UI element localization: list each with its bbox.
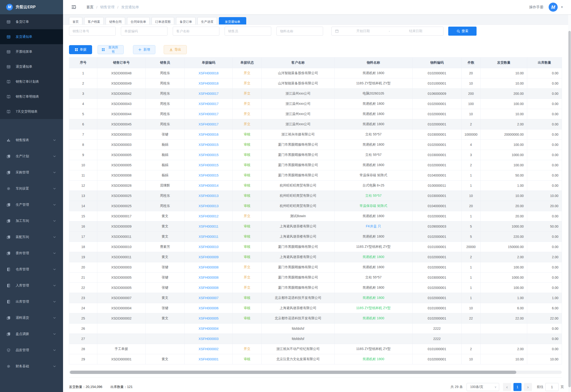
sidebar-item-19[interactable]: 退料退货 [0,310,63,326]
open-tab-6[interactable]: 备货订单 [176,17,195,25]
doc-code-link[interactable]: XSFH000011 [199,224,218,228]
date-range-picker[interactable]: 开始日期-结束日期 [331,27,443,36]
sidebar-item-20[interactable]: 盘点调拨 [0,326,63,342]
filter-input-3[interactable] [173,27,219,36]
breadcrumb-sales[interactable]: 销售管理 [100,5,114,10]
page-vscrollbar-track[interactable] [568,15,571,392]
sidebar-item-1[interactable]: 备货订单 [0,14,63,29]
doc-code-link[interactable]: XSFH000008 [198,265,218,269]
doc-code-link[interactable]: XSFH000013 [198,194,218,198]
open-tab-2[interactable]: 客户档案 [84,17,104,25]
sidebar-item-7[interactable]: 7天交货明细表 [0,104,63,119]
sidebar-item-9[interactable]: 生产计划 [0,148,63,164]
doc-code-link[interactable]: XSFH000018 [198,71,218,75]
cell-customer: 北京注意力文化发展有限公司 [262,354,334,364]
doc-code-link[interactable]: XSFH000018 [198,82,218,85]
sidebar-item-21[interactable]: 品质管理 [0,342,63,358]
next-page-button[interactable]: › [524,383,532,391]
filter-input-2[interactable] [121,27,167,36]
breadcrumb-home[interactable]: 首页 [86,5,93,10]
cell-material-code: 0109000003 [413,221,462,232]
current-page-button[interactable]: 1 [513,383,522,391]
doc-code-link[interactable]: XSFH000004 [198,327,218,330]
sidebar-item-3[interactable]: 开票结算单 [0,44,63,59]
doc-code-link[interactable]: XSFH000005 [198,316,218,320]
doc-code-link[interactable]: XSFH000017 [198,92,218,96]
doc-code-link[interactable]: XSFH000001 [198,357,218,361]
sidebar-item-6[interactable]: 销售订单明细表 [0,89,63,104]
sidebar-item-5[interactable]: 销售订单计划表 [0,74,63,89]
chevron-down-icon [53,300,56,304]
chevron-down-icon [53,348,56,352]
open-tab-5[interactable]: 订单进度图 [151,17,174,25]
open-tab-3[interactable]: 销售合同 [106,17,125,25]
user-menu-caret-icon[interactable]: ▼ [560,5,563,9]
export-button[interactable]: 导出 [164,45,187,54]
sidebar-item-2[interactable]: 发货通知单 [0,29,63,44]
cell-material-code: 0101000001 [413,303,462,313]
sidebar-item-11[interactable]: 车间设置 [0,181,63,197]
table-hscrollbar-thumb[interactable] [70,371,516,374]
sidebar-item-18[interactable]: 出库管理 [0,294,63,310]
sidebar-item-4[interactable]: 退货通知单 [0,59,63,74]
sidebar-item-10[interactable]: 采购管理 [0,164,63,181]
cell-out-qty: 0.00 [527,272,562,283]
sidebar-item-22[interactable]: 财务基础 [0,358,63,374]
goto-page-input[interactable] [545,383,559,391]
doc-code-link[interactable]: XSFH000017 [198,102,218,106]
cell-sale-order: XSDD000009 [97,221,146,232]
sidebar-item-16[interactable]: 仓库管理 [0,261,63,278]
doc-code-link[interactable]: XSFH000002 [198,347,218,351]
table-hscrollbar-track[interactable] [69,371,562,374]
open-tab-1[interactable]: 首页 [69,17,82,25]
doc-code-link[interactable]: XSFH000015 [198,153,218,157]
doc-code-link[interactable]: XSFH000015 [198,173,218,177]
open-tab-7[interactable]: 生产进度 [197,17,217,25]
doc-code-link[interactable]: XSFH000012 [198,214,218,218]
query-all-button[interactable]: 查询所有 [98,45,124,54]
doc-code-link[interactable]: XSFH000017 [198,112,218,116]
doc-code-link[interactable]: XSFH000014 [198,184,218,187]
doc-code-link[interactable]: XSFH000016 [198,133,218,136]
filter-input-4[interactable] [225,27,271,36]
status-badge: 审核 [244,255,251,259]
manual-link[interactable]: 操作手册 [529,5,543,10]
doc-code-link[interactable]: XSFH000008 [198,286,218,290]
doc-code-link[interactable]: XSFH000008 [198,276,218,280]
add-button[interactable]: 新增 [133,45,155,54]
doc-code-link[interactable]: XSFH000010 [198,245,218,249]
filter-input-1[interactable] [69,27,116,36]
open-tab-8[interactable]: 发货通知单 [219,17,246,25]
column-header-7: 物料名称 [334,57,413,68]
page-size-select[interactable]: 100条/页 ∨ [466,383,499,391]
sidebar-item-12[interactable]: 生产管理 [0,197,63,213]
table-row: 20XSDD000003张键XSFH000008开立厦门市黑眼睛服饰有限公司简易… [69,262,562,272]
doc-code-link[interactable]: XSFH000009 [198,255,218,259]
doc-code-link[interactable]: XSFH000003 [198,337,218,341]
docs-button[interactable]: 单据 [69,45,92,54]
collapse-sidebar-icon[interactable] [71,4,76,10]
cell-pieces: 1 [462,293,481,303]
doc-code-link[interactable]: XSFH000011 [199,235,218,238]
sidebar-item-15[interactable]: 委外管理 [0,245,63,261]
doc-code-link[interactable]: XSFH000006 [198,306,218,310]
sidebar-item-8[interactable]: 销售报表 [0,132,63,148]
doc-code-link[interactable]: XSFH000015 [198,143,218,147]
sidebar-item-13[interactable]: 加工车间 [0,213,63,229]
sidebar-item-17[interactable]: 入库管理 [0,278,63,294]
orders-table: 序号销售订单号销售员单据编码单据状态客户名称物料名称物料编码件数发货数量出库数量… [69,57,562,364]
sidebar-item-14[interactable]: 装配车间 [0,229,63,245]
cell-index: 28 [69,344,97,354]
doc-code-link[interactable]: XSFH000013 [198,204,218,208]
doc-code-link[interactable]: XSFH000015 [198,163,218,167]
query-all-button-label: 查询所有 [107,45,120,54]
open-tab-4[interactable]: 合同审批单 [127,17,150,25]
user-avatar[interactable]: M [549,3,558,12]
search-button[interactable]: 搜索 [448,27,477,36]
cell-seller [146,334,185,344]
page-vscrollbar-thumb[interactable] [568,31,571,387]
doc-code-link[interactable]: XSFH000007 [198,296,218,300]
filter-input-5[interactable] [276,27,323,36]
doc-code-link[interactable]: XSFH000017 [198,122,218,126]
prev-page-button[interactable]: ‹ [503,383,511,391]
